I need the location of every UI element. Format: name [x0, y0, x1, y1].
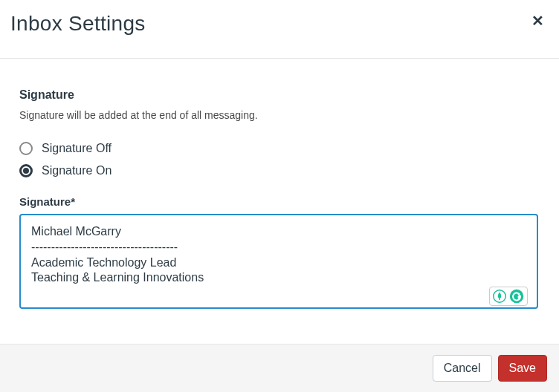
- signature-field-label: Signature*: [19, 195, 540, 208]
- signature-on-label: Signature On: [42, 164, 112, 177]
- signature-section-description: Signature will be added at the end of al…: [19, 109, 540, 121]
- modal-footer: Cancel Save: [0, 344, 559, 392]
- signature-on-radio[interactable]: Signature On: [19, 164, 540, 177]
- modal-title: Inbox Settings: [10, 12, 146, 36]
- grammarly-badge-icon[interactable]: [509, 289, 524, 304]
- radio-selected-icon: [19, 164, 33, 177]
- radio-unselected-icon: [19, 142, 33, 155]
- close-icon[interactable]: ✕: [527, 12, 549, 30]
- signature-off-label: Signature Off: [42, 142, 112, 155]
- inbox-settings-modal: Inbox Settings ✕ Signature Signature wil…: [0, 0, 559, 392]
- modal-body: Signature Signature will be added at the…: [0, 59, 559, 344]
- signature-section-title: Signature: [19, 88, 540, 102]
- assistant-badge-icon[interactable]: [493, 290, 506, 303]
- modal-header: Inbox Settings ✕: [0, 0, 559, 59]
- cancel-button[interactable]: Cancel: [433, 355, 492, 382]
- extension-badges: [489, 287, 528, 306]
- signature-textarea[interactable]: [19, 214, 538, 309]
- signature-off-radio[interactable]: Signature Off: [19, 142, 540, 155]
- svg-rect-1: [499, 298, 500, 300]
- save-button[interactable]: Save: [498, 355, 547, 382]
